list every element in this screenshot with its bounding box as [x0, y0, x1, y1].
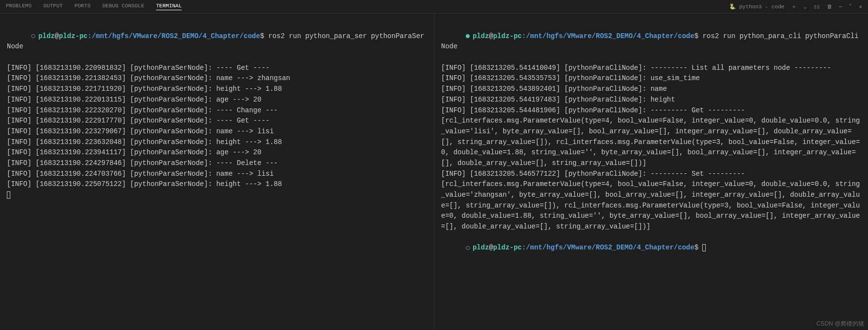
- tab-problems[interactable]: PROBLEMS: [6, 3, 32, 10]
- tab-debug-console[interactable]: DEBUG CONSOLE: [102, 3, 144, 10]
- trash-icon[interactable]: 🗑: [827, 3, 832, 10]
- terminal-output-line: [rcl_interfaces.msg.ParameterValue(type=…: [441, 116, 862, 168]
- terminal-output-line: [INFO] [1683213190.222320270] [pythonPar…: [7, 105, 427, 116]
- prompt-host: pldz-pc: [493, 32, 522, 40]
- prompt-path: /mnt/hgfs/VMware/ROS2_DEMO/4_Chapter/cod…: [526, 244, 694, 251]
- prompt-host: pldz-pc: [493, 244, 522, 251]
- terminal-pane-left[interactable]: pldz@pldz-pc:/mnt/hgfs/VMware/ROS2_DEMO/…: [0, 14, 434, 330]
- terminal-output-line: [INFO] [1683213190.220981832] [pythonPar…: [7, 63, 427, 74]
- terminal-output-right: [INFO] [1683213205.541410049] [pythonPar…: [441, 63, 862, 232]
- cursor-line: [7, 190, 427, 201]
- prompt-line: pldz@pldz-pc:/mnt/hgfs/VMware/ROS2_DEMO/…: [441, 21, 862, 63]
- status-dot-icon: [466, 34, 470, 38]
- watermark-text: CSDN @爬楼的猪: [816, 320, 864, 328]
- tab-ports[interactable]: PORTS: [74, 3, 90, 10]
- prompt-colon: :: [87, 32, 91, 40]
- prompt-line: pldz@pldz-pc:/mnt/hgfs/VMware/ROS2_DEMO/…: [7, 21, 427, 63]
- terminal-profile-label[interactable]: 🐍 python3 - code: [729, 3, 784, 10]
- terminal-output-line: [INFO] [1683213190.223632048] [pythonPar…: [7, 137, 427, 148]
- terminal-output-line: [rcl_interfaces.msg.ParameterValue(type=…: [441, 179, 862, 232]
- terminal-output-line: [INFO] [1683213205.543535753] [pythonPar…: [441, 73, 862, 84]
- chevron-down-icon[interactable]: ⌄: [803, 3, 807, 10]
- panel-tabs: PROBLEMS OUTPUT PORTS DEBUG CONSOLE TERM…: [6, 3, 182, 10]
- terminal-output-line: [INFO] [1683213190.223941117] [pythonPar…: [7, 147, 427, 158]
- prompt-symbol: $: [260, 32, 264, 40]
- prompt-colon: :: [522, 32, 526, 40]
- close-icon[interactable]: ✕: [859, 3, 862, 10]
- prompt-line-after: pldz@pldz-pc:/mnt/hgfs/VMware/ROS2_DEMO/…: [441, 232, 862, 264]
- tab-terminal[interactable]: TERMINAL: [156, 3, 182, 10]
- terminal-output-line: [INFO] [1683213205.544197483] [pythonPar…: [441, 95, 862, 105]
- prompt-path: /mnt/hgfs/VMware/ROS2_DEMO/4_Chapter/cod…: [92, 32, 260, 40]
- more-icon[interactable]: ⋯: [839, 3, 843, 10]
- prompt-symbol: $: [694, 244, 698, 251]
- terminal-output-line: [INFO] [1683213205.543892401] [pythonPar…: [441, 84, 862, 95]
- plus-icon[interactable]: ＋: [791, 3, 797, 10]
- status-dot-icon: [31, 34, 35, 38]
- prompt-user: pldz: [38, 32, 55, 40]
- prompt-user: pldz: [473, 32, 489, 40]
- terminal-output-line: [INFO] [1683213205.546577122] [pythonPar…: [441, 169, 862, 180]
- terminal-output-line: [INFO] [1683213190.223279067] [pythonPar…: [7, 126, 427, 137]
- prompt-path: /mnt/hgfs/VMware/ROS2_DEMO/4_Chapter/cod…: [526, 32, 694, 40]
- split-icon[interactable]: ▯▯: [814, 3, 820, 10]
- chevron-up-icon[interactable]: ˄: [849, 3, 852, 10]
- panel-tab-bar: PROBLEMS OUTPUT PORTS DEBUG CONSOLE TERM…: [0, 0, 868, 14]
- terminal-pane-right[interactable]: pldz@pldz-pc:/mnt/hgfs/VMware/ROS2_DEMO/…: [434, 14, 868, 330]
- terminal-actions: 🐍 python3 - code ＋ ⌄ ▯▯ 🗑 ⋯ ˄ ✕: [729, 3, 862, 10]
- terminal-output-line: [INFO] [1683213190.222013115] [pythonPar…: [7, 95, 427, 105]
- prompt-user: pldz: [473, 244, 489, 251]
- terminal-output-left: [INFO] [1683213190.220981832] [pythonPar…: [7, 63, 427, 190]
- terminal-output-line: [INFO] [1683213190.224297846] [pythonPar…: [7, 158, 427, 169]
- cursor-icon: [7, 191, 10, 199]
- terminal-output-line: [INFO] [1683213190.225075122] [pythonPar…: [7, 179, 427, 190]
- status-dot-icon: [466, 246, 470, 250]
- prompt-at: @: [489, 244, 493, 251]
- prompt-symbol: $: [694, 32, 698, 40]
- terminal-output-line: [INFO] [1683213205.544481906] [pythonPar…: [441, 105, 862, 116]
- terminal-split-container: pldz@pldz-pc:/mnt/hgfs/VMware/ROS2_DEMO/…: [0, 14, 868, 330]
- terminal-output-line: [INFO] [1683213190.221711920] [pythonPar…: [7, 84, 427, 95]
- terminal-output-line: [INFO] [1683213190.222917770] [pythonPar…: [7, 116, 427, 126]
- prompt-host: pldz-pc: [59, 32, 87, 40]
- tab-output[interactable]: OUTPUT: [43, 3, 63, 10]
- cursor-icon: [702, 244, 706, 251]
- prompt-at: @: [489, 32, 493, 40]
- terminal-output-line: [INFO] [1683213190.224703766] [pythonPar…: [7, 169, 427, 180]
- prompt-colon: :: [522, 244, 526, 251]
- terminal-output-line: [INFO] [1683213205.541410049] [pythonPar…: [441, 63, 862, 74]
- terminal-output-line: [INFO] [1683213190.221382453] [pythonPar…: [7, 73, 427, 84]
